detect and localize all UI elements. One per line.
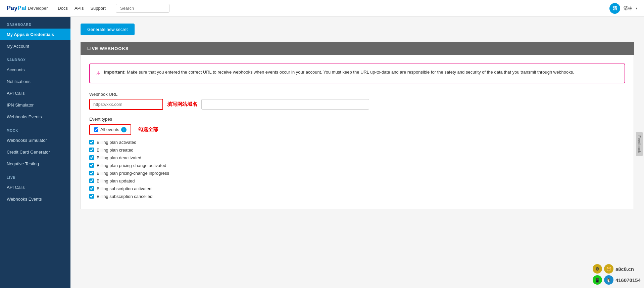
sidebar-item-my-apps[interactable]: My Apps & Credentials [0,29,70,40]
event-checkbox-item: Billing plan updated [89,177,625,185]
event-label-6: Billing subscription activated [97,186,151,191]
sidebar-item-accounts[interactable]: Accounts [0,64,70,76]
event-checkbox-item: Billing plan pricing-change inprogress [89,169,625,177]
sidebar-item-webhooks-events-live[interactable]: Webhooks Events [0,193,70,205]
sidebar-item-webhooks-simulator[interactable]: Webhooks Simulator [0,134,70,146]
nav-apis[interactable]: APIs [75,6,84,11]
webhook-url-input[interactable] [89,99,163,110]
event-types-group: Event types All events i 勾选全部 Billing pl… [89,117,625,200]
webhook-url-group: Webhook URL 填写网站域名 [89,92,625,110]
watermark-icon-1: ⚙ [593,264,602,274]
event-label-7: Billing subscription cancelled [97,194,152,199]
event-checkbox-item: Billing subscription cancelled [89,193,625,200]
event-checkbox-item: Billing plan created [89,146,625,154]
section-body: ⚠ Important: Make sure that you entered … [81,55,634,209]
sidebar-section-mock: MOCK [0,123,70,134]
sidebar-section-sandbox: SANDBOX [0,52,70,64]
all-events-box: All events i [89,124,131,135]
feedback-tab[interactable]: Feedback [636,132,643,156]
event-checkbox-5[interactable] [89,178,94,183]
event-label-4: Billing plan pricing-change inprogress [97,171,169,176]
sidebar-item-ipn-simulator[interactable]: IPN Simulator [0,99,70,111]
avatar: 清 [609,3,620,14]
event-label-5: Billing plan updated [97,178,135,183]
webhook-url-annotation: 填写网站域名 [167,101,197,108]
warning-icon: ⚠ [96,69,101,78]
nav-right: 清 清林 ▾ [609,3,637,14]
watermark: ⚙ 🐱 a8c8.cn 📱 🐧 416070154 [593,264,641,285]
watermark-icon-3: 📱 [593,275,602,285]
event-label-1: Billing plan created [97,148,134,153]
event-checkbox-item: Billing subscription activated [89,185,625,193]
event-checkbox-6[interactable] [89,186,94,191]
event-checkbox-1[interactable] [89,148,94,152]
event-checkbox-item: Billing plan pricing-change activated [89,162,625,169]
sidebar-section-live: LIVE [0,170,70,181]
section-header-live-webhooks: LIVE WEBHOOKS [81,42,634,55]
nav-docs[interactable]: Docs [58,6,68,11]
warning-text: Important: Make sure that you entered th… [104,69,574,76]
event-checkbox-2[interactable] [89,155,94,160]
event-checkbox-4[interactable] [89,171,94,175]
sidebar-item-negative-testing[interactable]: Negative Testing [0,158,70,170]
all-events-row: All events i 勾选全部 [89,124,625,135]
info-icon[interactable]: i [121,127,127,132]
search-input[interactable] [116,4,169,13]
chevron-down-icon[interactable]: ▾ [636,6,637,10]
live-webhooks-section: LIVE WEBHOOKS ⚠ Important: Make sure tha… [81,42,634,209]
sidebar-section-dashboard: DASHBOARD [0,17,70,29]
sidebar-item-credit-card-generator[interactable]: Credit Card Generator [0,146,70,158]
logo: PayPal Developer [7,5,48,12]
webhook-url-row: 填写网站域名 [89,99,625,110]
sidebar-item-my-account[interactable]: My Account [0,40,70,52]
all-events-label: All events [100,127,119,132]
event-checkbox-7[interactable] [89,194,94,199]
webhook-url-fill-input[interactable] [201,99,369,110]
warning-body: Make sure that you entered the correct U… [127,70,574,75]
watermark-text-1: a8c8.cn [615,266,634,272]
event-label-2: Billing plan deactivated [97,155,141,160]
event-label-3: Billing plan pricing-change activated [97,163,166,168]
event-checkbox-item: Billing plan activated [89,138,625,146]
watermark-icon-2: 🐱 [604,264,613,274]
event-checkbox-3[interactable] [89,163,94,168]
nav-support[interactable]: Support [90,6,106,11]
event-checkboxes: Billing plan activatedBilling plan creat… [89,138,625,200]
logo-pay: Pay [7,5,17,11]
watermark-text-2: 416070154 [615,277,641,283]
logo-developer: Developer [28,6,48,11]
sidebar: DASHBOARD My Apps & Credentials My Accou… [0,17,70,288]
event-checkbox-item: Billing plan deactivated [89,154,625,162]
nav-links: Docs APIs Support [58,4,169,13]
warning-bold: Important: [104,70,126,75]
sidebar-item-notifications[interactable]: Notifications [0,76,70,87]
sidebar-item-webhooks-events-sandbox[interactable]: Webhooks Events [0,111,70,123]
sidebar-item-api-calls-sandbox[interactable]: API Calls [0,87,70,99]
event-checkbox-0[interactable] [89,140,94,145]
user-name[interactable]: 清林 [624,5,632,11]
top-navigation: PayPal Developer Docs APIs Support 清 清林 … [0,0,644,17]
event-label-0: Billing plan activated [97,140,137,145]
generate-secret-button[interactable]: Generate new secret [81,24,135,35]
warning-box: ⚠ Important: Make sure that you entered … [89,64,625,83]
layout: DASHBOARD My Apps & Credentials My Accou… [0,17,644,288]
main-content: Generate new secret LIVE WEBHOOKS ⚠ Impo… [70,17,644,288]
sidebar-item-api-calls-live[interactable]: API Calls [0,181,70,193]
watermark-icon-4: 🐧 [604,275,613,285]
webhook-url-label: Webhook URL [89,92,625,97]
all-events-checkbox[interactable] [94,127,98,132]
all-events-annotation: 勾选全部 [138,126,158,133]
logo-pal: Pal [17,5,27,11]
event-types-label: Event types [89,117,625,122]
